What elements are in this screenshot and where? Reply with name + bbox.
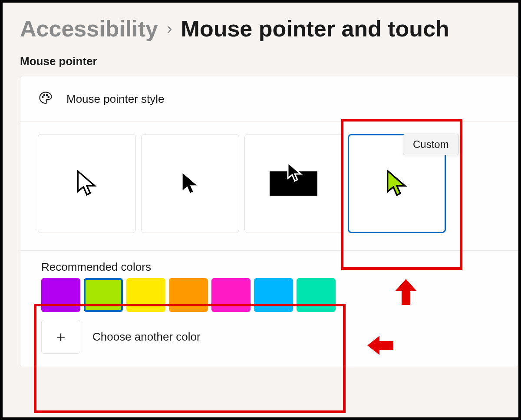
pointer-style-inverted[interactable] [244, 134, 343, 233]
color-swatch-magenta[interactable] [211, 278, 251, 312]
svg-point-1 [44, 95, 45, 96]
pointer-style-white[interactable] [38, 134, 136, 233]
cursor-black-icon [181, 172, 200, 195]
section-label: Mouse pointer [20, 55, 518, 68]
color-swatch-orange[interactable] [169, 278, 208, 312]
palette-icon [38, 90, 53, 108]
svg-point-3 [48, 96, 49, 98]
color-swatch-cyan[interactable] [254, 278, 293, 312]
color-swatch-lime[interactable] [84, 278, 123, 312]
panel-header[interactable]: Mouse pointer style [20, 76, 518, 122]
inverted-box [270, 171, 317, 196]
plus-icon: ＋ [53, 327, 68, 347]
panel-title: Mouse pointer style [66, 92, 164, 106]
color-swatch-yellow[interactable] [126, 278, 165, 312]
breadcrumb-parent[interactable]: Accessibility [20, 16, 158, 42]
breadcrumb: Accessibility › Mouse pointer and touch [20, 16, 518, 42]
cursor-white-icon [76, 170, 98, 197]
svg-point-0 [42, 96, 43, 98]
color-swatch-teal[interactable] [297, 278, 336, 312]
cursor-inverted-icon [286, 162, 303, 183]
breadcrumb-separator: › [167, 20, 172, 38]
color-swatch-purple[interactable] [41, 278, 80, 312]
cursor-custom-icon [385, 170, 409, 197]
svg-point-2 [46, 95, 48, 96]
recommended-colors-section: Recommended colors ＋ Choose another colo… [20, 251, 518, 367]
choose-another-row: ＋ Choose another color [41, 320, 501, 354]
color-swatches [41, 278, 501, 312]
recommended-colors-label: Recommended colors [41, 260, 501, 274]
mouse-pointer-panel: Mouse pointer style Recommende [20, 76, 518, 367]
choose-another-color-label: Choose another color [92, 330, 201, 344]
breadcrumb-current: Mouse pointer and touch [181, 16, 449, 42]
choose-another-color-button[interactable]: ＋ [41, 320, 80, 354]
pointer-style-black[interactable] [141, 134, 239, 233]
custom-tooltip: Custom [403, 134, 459, 155]
